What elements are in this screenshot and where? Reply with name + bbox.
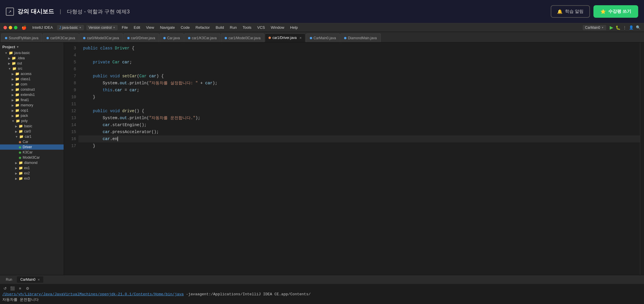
menu-refactor[interactable]: Refactor [193, 23, 213, 32]
menu-file[interactable]: File [119, 23, 131, 32]
alarm-button[interactable]: 🔔 학습 알림 [551, 5, 590, 18]
sidebar-item-final1[interactable]: ▶ 📁 final1 [0, 97, 64, 103]
menu-intellij[interactable]: IntelliJ IDEA [29, 23, 56, 32]
tab-car1-model3car[interactable]: car1/Model3Car.java [221, 33, 264, 42]
line-numbers: 3 4 5 6 7 8 9 10 11 12 13 14 15 16 17 [64, 42, 78, 275]
code-editor[interactable]: 3 4 5 6 7 8 9 10 11 12 13 14 15 16 17 pu… [64, 42, 644, 275]
code-text[interactable]: public class Driver { private Car car; p… [78, 42, 640, 275]
restart-icon[interactable]: ↺ [2, 286, 8, 291]
sidebar-item-oop1[interactable]: ▶ 📁 oop1 [0, 108, 64, 113]
sidebar-item-pack[interactable]: ▶ 📁 pack [0, 113, 64, 118]
tab-car0-driver[interactable]: car0/Driver.java [124, 33, 159, 42]
settings-icon[interactable]: ⚙ [25, 286, 30, 291]
banner-title: 강의 대시보드 [17, 8, 54, 15]
close-window-dot[interactable] [3, 26, 7, 29]
menu-window[interactable]: Window [268, 23, 287, 32]
sidebar-item-ex2[interactable]: ▶ 📁 ex2 [0, 171, 64, 176]
debug-icon[interactable]: 🐛 [616, 25, 620, 30]
search-icon[interactable]: 🔍 [636, 25, 641, 30]
more-icon[interactable]: ⋮ [623, 25, 627, 30]
menu-tools[interactable]: Tools [240, 23, 254, 32]
profile-icon[interactable]: 👤 [629, 25, 634, 30]
run-icon[interactable]: ▶ [610, 25, 613, 30]
run-tab[interactable]: Run [2, 276, 16, 283]
folder-icon: 📁 [15, 77, 19, 81]
maximize-window-dot[interactable] [14, 26, 17, 29]
tab-dot [83, 37, 85, 39]
sidebar-item-out[interactable]: ▶ 📁 out [0, 61, 64, 66]
sidebar-item-car0[interactable]: ▶ 📁 car0 [0, 129, 64, 134]
sidebar-item-ex3[interactable]: ▶ 📁 ex3 [0, 176, 64, 181]
menu-view[interactable]: View [143, 23, 157, 32]
tab-soundflymain[interactable]: SoundFlyMain.java [1, 33, 42, 42]
sidebar-item-car-class[interactable]: ◉ Car [0, 139, 64, 144]
code-line-12: public void drive() { [78, 108, 640, 115]
sidebar-item-driver[interactable]: ◉ Driver [0, 144, 64, 150]
tab-close-icon[interactable]: ✕ [299, 36, 302, 40]
console-output: /Users/yh/Library/Java/JavaVirtualMachin… [2, 292, 642, 296]
scroll-icon[interactable]: ≡ [17, 286, 23, 291]
sidebar-item-construct[interactable]: ▶ 📁 construct [0, 87, 64, 92]
menu-run[interactable]: Run [227, 23, 240, 32]
folder-icon: 📁 [19, 171, 23, 175]
sidebar-item-diamond[interactable]: ▶ 📁 diamond [0, 160, 64, 165]
menu-help[interactable]: Help [287, 23, 301, 32]
menu-navigate[interactable]: Navigate [157, 23, 178, 32]
window-controls [3, 26, 17, 29]
sidebar-item-class1[interactable]: ▶ 📁 class1 [0, 76, 64, 82]
folder-icon: 📁 [12, 67, 17, 71]
folder-icon: 📁 [12, 56, 16, 60]
sidebar-item-ex1[interactable]: ▶ 📁 ex1 [0, 165, 64, 171]
folder-icon: 📁 [16, 119, 20, 123]
sidebar-item-basic[interactable]: ▶ 📁 basic [0, 124, 64, 129]
code-line-3: public class Driver { [78, 45, 640, 52]
code-line-15: car.pressAccelerator(); [78, 128, 640, 135]
menu-code[interactable]: Code [178, 23, 193, 32]
menu-edit[interactable]: Edit [131, 23, 143, 32]
minimize-window-dot[interactable] [9, 26, 12, 29]
sidebar-item-java-basic[interactable]: ▼ 📁 java-basic [0, 50, 64, 56]
sidebar-item-memory[interactable]: ▶ 📁 memory [0, 103, 64, 108]
run-config-label: CarMain0 [585, 26, 600, 30]
console-toolbar: ↺ ⬛ ≡ ⚙ [2, 285, 642, 292]
sidebar-item-extends1[interactable]: ▶ 📁 extends1 [0, 92, 64, 97]
tab-car0-k3car[interactable]: car0/K3Car.java [43, 33, 79, 42]
tab-car1-k3car[interactable]: car1/K3Car.java [184, 33, 220, 42]
sidebar-item-model3car[interactable]: ◉ Model3Car [0, 155, 64, 160]
stop-icon[interactable]: ⬛ [10, 286, 15, 291]
vcs-label: Version control [89, 26, 112, 30]
code-content: 3 4 5 6 7 8 9 10 11 12 13 14 15 16 17 pu… [64, 42, 644, 275]
sidebar-item-com[interactable]: ▶ 📁 com [0, 82, 64, 87]
folder-icon: 📁 [19, 161, 23, 165]
apple-logo: 🍎 [22, 25, 26, 30]
tab-car[interactable]: Car.java [160, 33, 184, 42]
carmain0-tab[interactable]: CarMain0 ✕ [17, 276, 43, 283]
class-icon: ◉ [19, 156, 22, 160]
folder-icon: 📁 [15, 114, 19, 118]
menu-build[interactable]: Build [213, 23, 227, 32]
run-config-badge[interactable]: CarMain0 ▼ [583, 25, 606, 30]
tab-close-icon[interactable]: ✕ [37, 278, 40, 281]
review-button[interactable]: ⭐ 수강평 쓰기 [593, 5, 638, 18]
tab-dot [5, 37, 7, 39]
tab-diamondmain[interactable]: DiamondMain.java [340, 33, 380, 42]
editor-gutter [640, 42, 644, 275]
tab-car0-model3car[interactable]: car0/Model3Car.java [79, 33, 123, 42]
tab-dot [188, 37, 190, 39]
code-line-13: System.out.println("자동차를 운전합니다."); [78, 115, 640, 121]
tab-car1-driver[interactable]: car1/Driver.java ✕ [265, 33, 305, 42]
menu-vcs[interactable]: VCS [254, 23, 268, 32]
code-line-9: this.car = car; [78, 87, 640, 94]
tab-carmain0[interactable]: CarMain0.java [306, 33, 340, 42]
console-java-path[interactable]: /Users/yh/Library/Java/JavaVirtualMachin… [2, 292, 184, 296]
java-icon: J [59, 26, 61, 30]
folder-icon: 📁 [15, 108, 19, 112]
sidebar-item-access[interactable]: ▶ 📁 access [0, 71, 64, 76]
sidebar-item-poly[interactable]: ▼ 📁 poly [0, 118, 64, 124]
project-name: java-basic [62, 26, 78, 30]
sidebar-item-car1[interactable]: ▼ 📁 car1 [0, 134, 64, 139]
sidebar-item-idea[interactable]: ▶ 📁 .idea [0, 56, 64, 61]
sidebar-item-k3car[interactable]: ◉ K3Car [0, 150, 64, 155]
tab-dot [310, 37, 312, 39]
sidebar-item-src[interactable]: ▼ 📁 src [0, 66, 64, 71]
